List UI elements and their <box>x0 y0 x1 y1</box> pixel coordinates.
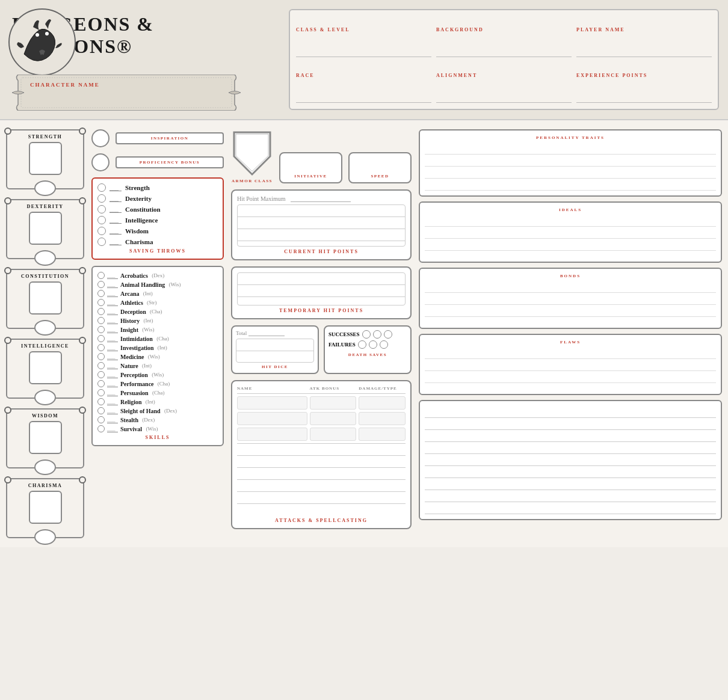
skill-circle-intimidation[interactable] <box>97 335 105 342</box>
charisma-modifier[interactable] <box>34 529 56 545</box>
attack-name-2[interactable] <box>237 412 307 425</box>
skill-investigation[interactable]: ___ Investigation (Int) <box>97 344 218 351</box>
experience-field[interactable]: EXPERIENCE POINTS <box>576 62 712 103</box>
hit-dice-area[interactable] <box>236 339 314 363</box>
attack-bonus-1[interactable] <box>310 396 357 410</box>
skill-circle-sleight-of-hand[interactable] <box>97 407 105 414</box>
ideals-content[interactable] <box>425 215 716 257</box>
skill-circle-deception[interactable] <box>97 308 105 315</box>
skill-intimidation[interactable]: ___ Intimidation (Cha) <box>97 335 218 342</box>
dexterity-modifier[interactable] <box>34 250 56 266</box>
saving-throw-dexterity[interactable]: ___ Dexterity <box>97 194 218 203</box>
skill-circle-survival[interactable] <box>97 425 105 432</box>
skill-persuasion[interactable]: ___ Persuasion (Cha) <box>97 389 218 396</box>
skill-circle-religion[interactable] <box>97 398 105 405</box>
inspiration-circle[interactable] <box>91 129 110 147</box>
constitution-score[interactable] <box>29 281 62 315</box>
skill-circle-athletics[interactable] <box>97 299 105 306</box>
throw-circle-wisdom[interactable] <box>97 227 106 235</box>
class-level-value[interactable] <box>296 16 431 27</box>
attack-bonus-3[interactable] <box>310 428 357 441</box>
throw-circle-intelligence[interactable] <box>97 216 106 224</box>
charisma-score[interactable] <box>29 491 62 524</box>
skill-circle-perception[interactable] <box>97 371 105 378</box>
race-field[interactable]: RACE <box>296 62 431 103</box>
skill-circle-history[interactable] <box>97 317 105 324</box>
saving-throw-constitution[interactable]: ___ Constitution <box>97 205 218 213</box>
attack-row-1[interactable] <box>237 396 406 410</box>
attack-row-3[interactable] <box>237 428 406 441</box>
bonds-content[interactable] <box>425 281 716 323</box>
attacks-notes[interactable] <box>237 443 406 515</box>
proficiency-circle[interactable] <box>91 153 110 171</box>
skill-circle-arcana[interactable] <box>97 290 105 297</box>
class-level-field[interactable]: CLASS & LEVEL <box>296 16 431 57</box>
saving-throw-intelligence[interactable]: ___ Intelligence <box>97 216 218 224</box>
saving-throw-strength[interactable]: ___ Strength <box>97 183 218 192</box>
dexterity-score[interactable] <box>29 212 62 245</box>
background-value[interactable] <box>436 16 572 27</box>
intelligence-modifier[interactable] <box>34 390 56 405</box>
skill-sleight-of-hand[interactable]: ___ Sleight of Hand (Dex) <box>97 407 218 414</box>
skill-insight[interactable]: ___ Insight (Wis) <box>97 326 218 333</box>
alignment-value[interactable] <box>436 62 572 73</box>
attack-damage-1[interactable] <box>359 396 406 410</box>
attack-bonus-2[interactable] <box>310 412 357 425</box>
skill-arcana[interactable]: ___ Arcana (Int) <box>97 290 218 297</box>
skill-circle-stealth[interactable] <box>97 416 105 423</box>
background-field[interactable]: BACKGROUND <box>436 16 572 57</box>
skill-nature[interactable]: ___ Nature (Int) <box>97 362 218 369</box>
skill-circle-animal-handling[interactable] <box>97 281 105 288</box>
skill-performance[interactable]: ___ Performance (Cha) <box>97 380 218 387</box>
alignment-field[interactable]: ALIGNMENT <box>436 62 572 103</box>
skill-circle-nature[interactable] <box>97 362 105 369</box>
experience-value[interactable] <box>576 62 712 73</box>
temp-hp-area[interactable] <box>237 272 406 305</box>
skill-circle-acrobatics[interactable] <box>97 272 105 279</box>
failure-circle-3[interactable] <box>380 340 388 349</box>
attack-name-3[interactable] <box>237 428 307 441</box>
failure-circle-1[interactable] <box>358 340 366 349</box>
skill-circle-performance[interactable] <box>97 380 105 387</box>
constitution-modifier[interactable] <box>34 320 56 336</box>
attack-damage-3[interactable] <box>359 428 406 441</box>
skill-circle-medicine[interactable] <box>97 353 105 360</box>
skill-circle-investigation[interactable] <box>97 344 105 351</box>
skill-perception[interactable]: ___ Perception (Wis) <box>97 371 218 378</box>
throw-circle-strength[interactable] <box>97 183 106 192</box>
wisdom-score[interactable] <box>29 421 62 454</box>
failure-circle-2[interactable] <box>369 340 377 349</box>
attack-damage-2[interactable] <box>359 412 406 425</box>
success-circle-1[interactable] <box>362 330 371 339</box>
success-circle-3[interactable] <box>384 330 392 339</box>
success-circle-2[interactable] <box>373 330 381 339</box>
skill-stealth[interactable]: ___ Stealth (Dex) <box>97 416 218 423</box>
skill-deception[interactable]: ___ Deception (Cha) <box>97 308 218 315</box>
skill-athletics[interactable]: ___ Athletics (Str) <box>97 299 218 306</box>
race-value[interactable] <box>296 62 431 73</box>
skill-medicine[interactable]: ___ Medicine (Wis) <box>97 353 218 360</box>
intelligence-score[interactable] <box>29 351 62 384</box>
wisdom-modifier[interactable] <box>34 459 56 475</box>
attack-name-1[interactable] <box>237 396 307 410</box>
attack-row-2[interactable] <box>237 412 406 425</box>
strength-score[interactable] <box>29 142 62 175</box>
features-content[interactable] <box>425 406 716 514</box>
throw-circle-charisma[interactable] <box>97 238 106 246</box>
throw-circle-dexterity[interactable] <box>97 194 106 203</box>
current-hp-area[interactable] <box>237 204 406 247</box>
throw-circle-constitution[interactable] <box>97 205 106 213</box>
saving-throw-charisma[interactable]: ___ Charisma <box>97 238 218 246</box>
skill-religion[interactable]: ___ Religion (Int) <box>97 398 218 405</box>
player-name-value[interactable] <box>576 16 712 27</box>
skill-survival[interactable]: ___ Survival (Wis) <box>97 425 218 432</box>
skill-circle-persuasion[interactable] <box>97 389 105 396</box>
skill-history[interactable]: ___ History (Int) <box>97 317 218 324</box>
skill-animal-handling[interactable]: ___ Animal Handling (Wis) <box>97 281 218 288</box>
flaws-content[interactable] <box>425 347 716 389</box>
saving-throw-wisdom[interactable]: ___ Wisdom <box>97 227 218 235</box>
skill-acrobatics[interactable]: ___ Acrobatics (Dex) <box>97 272 218 279</box>
personality-traits-content[interactable] <box>425 143 716 191</box>
skill-circle-insight[interactable] <box>97 326 105 333</box>
strength-modifier[interactable] <box>34 180 56 196</box>
